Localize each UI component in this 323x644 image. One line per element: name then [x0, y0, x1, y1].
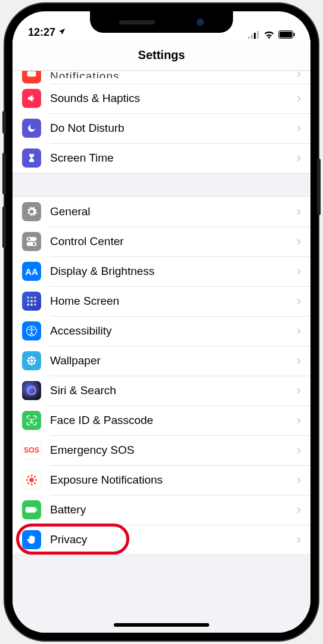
row-exposure[interactable]: Exposure Notifications ›	[13, 465, 310, 495]
group-separator	[13, 174, 310, 196]
hand-icon	[22, 530, 41, 549]
svg-rect-14	[34, 297, 36, 299]
chevron-right-icon: ›	[297, 120, 310, 136]
row-general[interactable]: General ›	[13, 197, 310, 227]
battery-icon	[278, 30, 295, 39]
row-label: Screen Time	[50, 151, 297, 165]
row-display[interactable]: AA Display & Brightness ›	[13, 256, 310, 286]
battery-icon	[22, 500, 41, 519]
svg-rect-46	[36, 509, 38, 512]
chevron-right-icon: ›	[297, 91, 310, 106]
svg-rect-6	[294, 33, 295, 36]
chevron-right-icon: ›	[120, 71, 311, 82]
row-notifications[interactable]: Notifications ›	[13, 71, 310, 83]
chevron-right-icon: ›	[297, 353, 310, 369]
svg-point-44	[35, 483, 36, 484]
chevron-right-icon: ›	[297, 323, 310, 339]
chevron-right-icon: ›	[297, 264, 310, 279]
sounds-icon	[22, 89, 41, 108]
svg-point-36	[29, 478, 33, 482]
svg-rect-5	[279, 32, 292, 38]
row-battery[interactable]: Battery ›	[13, 495, 310, 525]
svg-point-30	[28, 362, 30, 364]
chevron-right-icon: ›	[297, 413, 310, 428]
svg-rect-19	[30, 304, 32, 305]
row-sounds[interactable]: Sounds & Haptics ›	[13, 83, 310, 113]
hourglass-icon	[22, 148, 41, 168]
moon-icon	[22, 119, 41, 138]
page-title: Settings	[138, 48, 185, 62]
svg-rect-45	[26, 507, 36, 512]
row-label: Face ID & Passcode	[50, 414, 297, 427]
chevron-right-icon: ›	[297, 293, 310, 309]
svg-point-24	[30, 356, 33, 358]
svg-point-43	[28, 483, 29, 484]
power-button	[317, 159, 321, 215]
row-label: Battery	[50, 503, 297, 516]
accessibility-icon	[22, 321, 41, 340]
cellular-icon	[248, 31, 260, 39]
svg-point-39	[27, 479, 28, 481]
row-accessibility[interactable]: Accessibility ›	[13, 316, 310, 346]
row-label: Home Screen	[50, 295, 297, 308]
row-label: Emergency SOS	[50, 444, 297, 457]
flower-icon	[22, 351, 41, 370]
row-sos[interactable]: SOS Emergency SOS ›	[13, 435, 310, 465]
chevron-right-icon: ›	[297, 502, 310, 518]
chevron-right-icon: ›	[297, 150, 310, 166]
row-siri[interactable]: Siri & Search ›	[13, 376, 310, 405]
row-label: Display & Brightness	[50, 265, 297, 278]
settings-list[interactable]: Notifications › Sounds & Haptics › Do No…	[13, 71, 310, 633]
svg-rect-16	[30, 300, 32, 302]
text-size-icon: AA	[22, 262, 41, 281]
svg-rect-15	[27, 300, 29, 302]
svg-point-29	[33, 357, 35, 360]
row-label: Wallpaper	[50, 354, 297, 367]
row-wallpaper[interactable]: Wallpaper ›	[13, 346, 310, 376]
chevron-right-icon: ›	[297, 442, 310, 458]
row-privacy[interactable]: Privacy ›	[13, 525, 310, 555]
grid-icon	[22, 292, 41, 311]
svg-rect-18	[27, 304, 29, 305]
svg-point-28	[28, 357, 30, 360]
row-label: Control Center	[50, 235, 297, 248]
chevron-right-icon: ›	[297, 472, 310, 488]
gear-icon	[22, 202, 41, 221]
sos-icon: SOS	[22, 441, 41, 460]
row-faceid[interactable]: Face ID & Passcode ›	[13, 405, 310, 435]
svg-point-11	[33, 243, 35, 245]
row-home[interactable]: Home Screen ›	[13, 286, 310, 316]
status-time: 12:27	[28, 26, 55, 39]
row-dnd[interactable]: Do Not Disturb ›	[13, 113, 310, 143]
svg-point-23	[30, 360, 33, 363]
svg-rect-2	[254, 33, 256, 39]
row-control[interactable]: Control Center ›	[13, 227, 310, 256]
settings-group-2: General › Control Center › AA Display & …	[13, 196, 310, 555]
row-label: General	[50, 205, 297, 218]
siri-icon	[22, 381, 41, 400]
chevron-right-icon: ›	[297, 532, 310, 547]
svg-point-35	[33, 419, 34, 420]
chevron-right-icon: ›	[297, 234, 310, 249]
volume-down	[2, 206, 6, 248]
svg-point-26	[27, 360, 29, 362]
row-label: Do Not Disturb	[50, 122, 297, 135]
svg-point-34	[30, 419, 30, 420]
wifi-icon	[263, 30, 275, 39]
svg-rect-13	[30, 297, 32, 299]
toggles-icon	[22, 232, 41, 251]
svg-point-31	[33, 362, 35, 364]
svg-point-9	[28, 238, 30, 240]
chevron-right-icon: ›	[297, 383, 310, 398]
location-icon	[58, 26, 66, 39]
row-label: Accessibility	[50, 324, 297, 338]
svg-point-22	[31, 327, 33, 329]
notifications-icon	[22, 71, 41, 83]
exposure-icon	[22, 470, 41, 490]
chevron-right-icon: ›	[297, 204, 310, 219]
row-screentime[interactable]: Screen Time ›	[13, 143, 310, 173]
home-indicator[interactable]	[114, 623, 209, 627]
nav-bar: Settings	[13, 40, 310, 71]
row-label: Sounds & Haptics	[50, 92, 297, 105]
svg-point-37	[31, 475, 32, 476]
